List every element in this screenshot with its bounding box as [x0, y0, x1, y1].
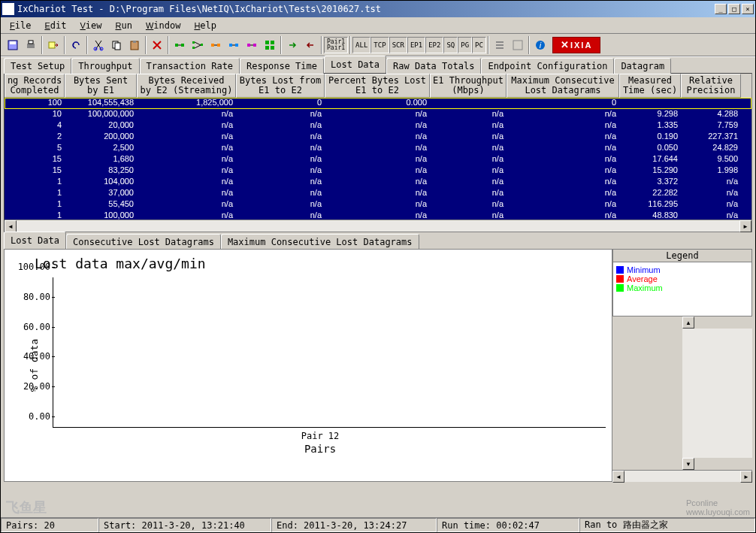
subtab-lost-data[interactable]: Lost Data	[4, 232, 66, 249]
cut-button[interactable]	[89, 36, 107, 54]
minimize-button[interactable]: _	[715, 4, 727, 14]
toolbar: Pair1 Pair1 ALLTCPSCREP1EP2SQPGPC i ✕IXI…	[1, 34, 755, 56]
grid-header: ng Records CompletedBytes Sent by E1Byte…	[5, 74, 751, 98]
grid-body[interactable]: 100104,555,4381,825,00000.000010100,000,…	[5, 98, 751, 220]
paste-button[interactable]	[125, 36, 144, 54]
info-button[interactable]: i	[531, 36, 549, 54]
ytick: 40.00	[16, 351, 50, 362]
table-row[interactable]: 10100,000,000n/an/an/an/an/a9.2984.288	[5, 109, 751, 120]
run-button[interactable]	[283, 36, 301, 54]
svg-rect-20	[247, 44, 250, 47]
ytick: 20.00	[16, 381, 50, 392]
svg-rect-23	[271, 41, 274, 44]
menu-run[interactable]: Run	[109, 19, 138, 32]
ytick: 60.00	[16, 322, 50, 332]
ixia-logo: ✕IXIA	[552, 37, 600, 53]
filter-sq-button[interactable]: SQ	[443, 37, 458, 53]
filter-ep1-button[interactable]: EP1	[407, 37, 425, 53]
chart-canvas: Lost data max/avg/min % of data 0.0020.0…	[4, 249, 612, 482]
delete-button[interactable]	[148, 36, 166, 54]
filter-pc-button[interactable]: PC	[472, 37, 486, 53]
svg-rect-26	[496, 41, 503, 43]
svg-rect-19	[235, 44, 238, 47]
filter-pg-button[interactable]: PG	[458, 37, 472, 53]
watermark-left: 飞鱼星	[6, 498, 47, 516]
menu-help[interactable]: Help	[188, 19, 222, 32]
filter-ep2-button[interactable]: EP2	[425, 37, 443, 53]
table-row[interactable]: 137,000n/an/an/an/an/a22.282n/a	[5, 188, 751, 199]
close-button[interactable]: ×	[742, 4, 754, 14]
table-row[interactable]: 1583,250n/an/an/an/an/a15.2901.998	[5, 165, 751, 177]
status-ran: Ran to 路由器之家	[579, 518, 755, 532]
subtab-consecutive-lost-datagrams[interactable]: Consecutive Lost Datagrams	[66, 234, 221, 250]
table-row[interactable]: 151,680n/an/an/an/an/a17.6449.500	[5, 154, 751, 165]
undo-button[interactable]	[67, 36, 85, 54]
add-video-button[interactable]	[243, 36, 261, 54]
tab-lost-data[interactable]: Lost Data	[324, 56, 386, 73]
menu-view[interactable]: View	[74, 19, 107, 32]
filter-scr-button[interactable]: SCR	[389, 37, 407, 53]
table-row[interactable]: 1104,000n/an/an/an/an/a3.372n/a	[5, 177, 751, 188]
vertical-scrollbar[interactable]: ▲ ▼	[682, 316, 752, 470]
print-button[interactable]	[22, 36, 40, 54]
svg-rect-12	[181, 44, 184, 47]
table-row[interactable]: 420,000n/an/an/an/an/a1.3357.759	[5, 120, 751, 132]
tab-test-setup[interactable]: Test Setup	[4, 58, 71, 74]
subtab-maximum-consecutive-lost-datagrams[interactable]: Maximum Consecutive Lost Datagrams	[221, 234, 419, 250]
svg-rect-14	[192, 47, 195, 49]
copy-button[interactable]	[107, 36, 125, 54]
add-voip-button[interactable]	[207, 36, 225, 54]
table-row[interactable]: 52,500n/an/an/an/an/a0.05024.829	[5, 143, 751, 154]
table-row[interactable]: 100104,555,4381,825,00000.0000	[5, 98, 751, 109]
filter-all-button[interactable]: ALL	[352, 37, 370, 53]
column-header[interactable]: E1 Throughput (Mbps)	[430, 74, 507, 98]
export-button[interactable]	[44, 36, 62, 54]
menu-window[interactable]: Window	[140, 19, 187, 32]
column-header[interactable]: Bytes Sent by E1	[65, 74, 137, 98]
column-header[interactable]: Bytes Received by E2 (Streaming)	[137, 74, 236, 98]
scroll-up-button[interactable]: ▲	[682, 316, 694, 329]
legend-item: Maximum	[616, 283, 748, 292]
menu-edit[interactable]: Edit	[38, 19, 72, 32]
table-row[interactable]: 155,450n/an/an/an/an/a116.295n/a	[5, 199, 751, 210]
add-multicast-button[interactable]	[189, 36, 207, 54]
tab-response-time[interactable]: Response Time	[240, 58, 324, 74]
chart-xlabel: Pairs	[35, 443, 606, 455]
titlebar: IxChariot Test - D:\Program Files\NetIQ\…	[1, 1, 755, 17]
svg-rect-3	[29, 41, 33, 44]
column-header[interactable]: Measured Time (sec)	[619, 74, 681, 98]
table-row[interactable]: 2200,000n/an/an/an/an/a0.190227.371	[5, 132, 751, 143]
scroll-right-button[interactable]: ►	[739, 220, 751, 232]
save-button[interactable]	[4, 36, 22, 54]
filter-tcp-button[interactable]: TCP	[370, 37, 389, 53]
scroll-down-button[interactable]: ▼	[682, 458, 694, 470]
table-row[interactable]: 1100,000n/an/an/an/an/a48.830n/a	[5, 210, 751, 220]
tab-transaction-rate[interactable]: Transaction Rate	[140, 58, 240, 74]
options-button[interactable]	[491, 36, 509, 54]
maximize-button[interactable]: □	[728, 4, 740, 14]
menubar: FileEditViewRunWindowHelp	[1, 17, 755, 34]
tab-endpoint-configuration[interactable]: Endpoint Configuration	[481, 58, 614, 74]
column-header[interactable]: Maximum Consecutive Lost Datagrams	[507, 74, 619, 98]
stop-button[interactable]	[301, 36, 319, 54]
pair-toggle-button[interactable]: Pair1 Pair1	[324, 37, 348, 53]
svg-rect-22	[265, 41, 269, 44]
column-header[interactable]: Relative Precision	[681, 74, 741, 98]
scroll-left-button[interactable]: ◄	[5, 220, 17, 232]
legend-hscroll[interactable]: ◄ ►	[612, 470, 752, 482]
column-header[interactable]: Bytes Lost from E1 to E2	[236, 74, 325, 98]
add-pair-button[interactable]	[171, 36, 189, 54]
tab-datagram[interactable]: Datagram	[614, 58, 671, 74]
column-header[interactable]: Percent Bytes Lost E1 to E2	[325, 74, 430, 98]
statusbar: Pairs: 20 Start: 2011-3-20, 13:21:40 End…	[1, 517, 755, 532]
horizontal-scrollbar[interactable]: ◄ ►	[5, 220, 751, 232]
tab-raw-data-totals[interactable]: Raw Data Totals	[386, 58, 481, 74]
tab-throughput[interactable]: Throughput	[71, 58, 139, 74]
menu-file[interactable]: File	[4, 19, 37, 32]
svg-rect-29	[513, 41, 522, 50]
add-hardware-button[interactable]	[225, 36, 243, 54]
settings-button[interactable]	[509, 36, 527, 54]
svg-rect-10	[133, 41, 136, 43]
column-header[interactable]: ng Records Completed	[5, 74, 65, 98]
add-group-button[interactable]	[261, 36, 279, 54]
